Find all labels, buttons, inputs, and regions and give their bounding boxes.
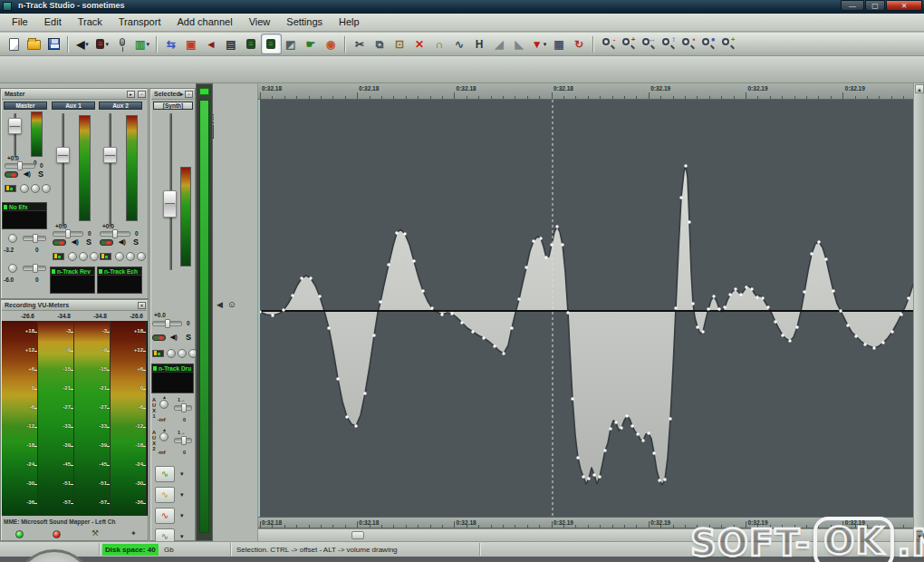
add-midi-track-icon[interactable]: ≡ bbox=[262, 34, 281, 53]
eq-knob[interactable] bbox=[20, 184, 29, 193]
record-arm-led[interactable] bbox=[53, 530, 61, 538]
eq-knob[interactable] bbox=[90, 252, 99, 261]
pan-slider-handle[interactable] bbox=[17, 161, 23, 170]
speaker-icon[interactable]: ◀) bbox=[72, 238, 79, 246]
effect-enabled-led[interactable] bbox=[52, 269, 55, 274]
eq-knob[interactable] bbox=[31, 184, 40, 193]
song-playlist-icon[interactable]: ▤ bbox=[222, 34, 241, 53]
collapse-left-icon[interactable]: ◀ bbox=[217, 300, 223, 309]
zoom-vertical-icon[interactable]: ↕ bbox=[659, 34, 678, 53]
eq-knob[interactable] bbox=[167, 349, 176, 358]
aux-send-handle[interactable] bbox=[181, 403, 187, 412]
collapse-circle-icon[interactable]: ⊙ bbox=[228, 300, 236, 309]
piano-roll-icon[interactable]: ◩ bbox=[282, 34, 301, 53]
chevron-down-icon[interactable]: ▾ bbox=[180, 533, 184, 540]
draw-tool-icon[interactable]: ☛ bbox=[302, 34, 321, 53]
volume-fader-handle[interactable] bbox=[8, 118, 22, 134]
effect-slot[interactable]: n-Track Ech bbox=[97, 266, 142, 294]
aux-return-handle[interactable] bbox=[33, 234, 38, 243]
minimize-button[interactable]: — bbox=[841, 0, 864, 11]
menu-settings[interactable]: Settings bbox=[278, 14, 331, 31]
eq-knob[interactable] bbox=[137, 252, 146, 261]
solo-button[interactable]: S bbox=[133, 237, 139, 247]
paste-icon[interactable]: ⊡ bbox=[390, 34, 409, 53]
zoom-selection-icon[interactable]: ▪ bbox=[679, 34, 698, 53]
microphone-icon[interactable] bbox=[113, 34, 132, 53]
pan-slider[interactable] bbox=[5, 163, 35, 169]
selected-pan-handle[interactable] bbox=[165, 319, 170, 328]
aux-send-slider[interactable] bbox=[174, 405, 192, 411]
fade-in-icon[interactable]: ◢ bbox=[490, 34, 509, 53]
zoom-out-icon[interactable]: - bbox=[599, 34, 618, 53]
add-audio-track-icon[interactable]: ≡ bbox=[242, 34, 261, 53]
aux-return-handle[interactable] bbox=[33, 264, 38, 273]
solo-button[interactable]: S bbox=[38, 170, 43, 179]
solo-button[interactable]: S bbox=[86, 237, 91, 247]
delete-icon[interactable]: ✕ bbox=[410, 34, 429, 53]
eq-knob[interactable] bbox=[115, 252, 124, 261]
volume-fader-track[interactable] bbox=[109, 113, 111, 227]
channel-rack-button[interactable]: ∿ bbox=[155, 487, 175, 503]
aux-return-slider[interactable] bbox=[23, 236, 46, 241]
menu-transport[interactable]: Transport bbox=[111, 14, 169, 31]
loop-icon[interactable]: ↻ bbox=[570, 34, 589, 53]
mixer-expand-icon[interactable]: ▸ bbox=[127, 91, 135, 98]
strip-header-aux-1[interactable]: Aux 1 bbox=[52, 102, 95, 110]
hscroll-thumb[interactable] bbox=[351, 531, 364, 539]
eq-knob[interactable] bbox=[79, 252, 88, 261]
settings-hammer-icon[interactable]: ⚒ bbox=[91, 528, 99, 538]
cut-icon[interactable]: ✂ bbox=[351, 34, 370, 53]
recording-level-icon[interactable]: ≡▾ bbox=[93, 34, 112, 53]
eq-knob[interactable] bbox=[42, 184, 51, 193]
zoom-horizontal-icon[interactable]: ↔ bbox=[639, 34, 658, 53]
eq-knob[interactable] bbox=[126, 252, 135, 261]
mixer-window-caption[interactable]: Master bbox=[2, 90, 147, 100]
scroll-up-icon[interactable]: ▲ bbox=[915, 84, 924, 93]
selected-channel-name[interactable]: [Synth] bbox=[153, 102, 193, 110]
mute-led[interactable] bbox=[5, 171, 18, 178]
speaker-icon[interactable]: ◀) bbox=[119, 238, 126, 246]
zoom-full-icon[interactable]: ● bbox=[698, 34, 717, 53]
eq-meter-icon[interactable] bbox=[5, 185, 16, 192]
menu-file[interactable]: File bbox=[4, 14, 36, 31]
mute-led[interactable] bbox=[100, 239, 113, 246]
selected-mute-led[interactable] bbox=[152, 334, 166, 341]
eq-meter-icon[interactable] bbox=[100, 253, 111, 260]
vertical-scrollbar[interactable]: ▲ ▼ bbox=[913, 83, 924, 541]
menu-add-channel[interactable]: Add channel bbox=[168, 14, 240, 31]
fade-out-icon[interactable]: ◣ bbox=[510, 34, 529, 53]
new-song-icon[interactable] bbox=[5, 34, 24, 53]
strip-header-master[interactable]: Master bbox=[4, 102, 47, 110]
mixer-popout-icon[interactable]: ▫ bbox=[138, 91, 146, 98]
open-song-icon[interactable] bbox=[24, 34, 43, 53]
add-icon[interactable]: ✦ bbox=[130, 529, 137, 538]
waveform-canvas[interactable] bbox=[258, 100, 913, 517]
menu-track[interactable]: Track bbox=[70, 14, 111, 31]
copy-icon[interactable]: ⧉ bbox=[371, 34, 390, 53]
speaker-icon[interactable]: ◀) bbox=[24, 170, 31, 178]
pan-slider[interactable] bbox=[100, 231, 130, 237]
snap-grid-icon[interactable]: ▦ bbox=[550, 34, 569, 53]
vu-window-caption[interactable]: Recording VU-Meters bbox=[2, 301, 147, 311]
menu-edit[interactable]: Edit bbox=[36, 14, 70, 31]
aux-send-knob[interactable] bbox=[159, 400, 168, 409]
aux-send-handle[interactable] bbox=[181, 436, 187, 445]
menu-help[interactable]: Help bbox=[331, 14, 368, 31]
pan-slider-handle[interactable] bbox=[112, 229, 118, 238]
eq-meter-icon[interactable] bbox=[152, 350, 164, 357]
menu-view[interactable]: View bbox=[241, 14, 279, 31]
aux-send-slider[interactable] bbox=[174, 438, 192, 443]
node-tool-icon[interactable]: ▼▾ bbox=[530, 34, 549, 53]
volume-fader-track[interactable] bbox=[62, 113, 64, 227]
pan-slider-handle[interactable] bbox=[65, 229, 71, 238]
playback-volume-icon[interactable]: ◀▾ bbox=[73, 34, 92, 53]
speaker-horn-icon[interactable]: ◄ bbox=[202, 34, 221, 53]
zoom-in-icon[interactable]: + bbox=[619, 34, 638, 53]
eq-meter-icon[interactable] bbox=[53, 253, 64, 260]
pan-slider[interactable] bbox=[53, 231, 83, 237]
volume-fader-handle[interactable] bbox=[56, 147, 70, 163]
metronome-icon[interactable]: ▣ bbox=[182, 34, 201, 53]
selected-effect-slot[interactable]: n-Track Dru bbox=[151, 363, 194, 393]
volume-fader-handle[interactable] bbox=[103, 147, 117, 163]
pan-envelope-icon[interactable]: ∿ bbox=[450, 34, 469, 53]
